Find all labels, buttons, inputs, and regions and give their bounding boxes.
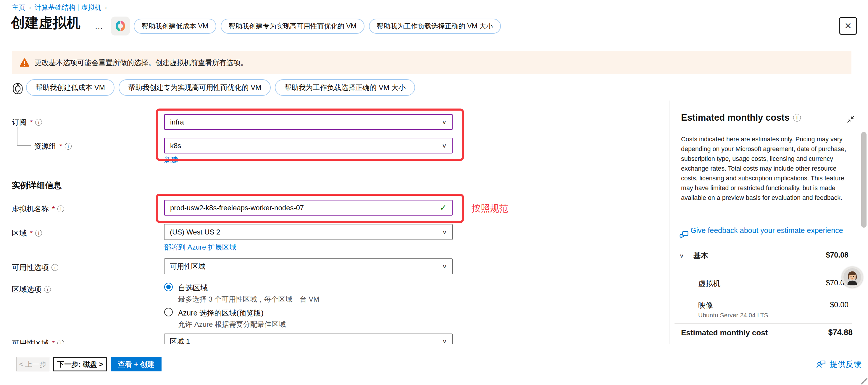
feedback-bubbles-icon [679, 231, 689, 241]
breadcrumb-separator-icon: › [105, 4, 107, 11]
create-new-resource-group-link[interactable]: 新建 [164, 155, 178, 165]
availability-zones-label: 可用性区域 * i [12, 338, 64, 344]
give-feedback-label: 提供反馈 [830, 359, 862, 370]
resource-group-dropdown[interactable]: k8s ∨ [164, 138, 453, 154]
region-label: 区域 * i [12, 228, 42, 238]
estimate-feedback-link[interactable]: Give feedback about your estimate experi… [690, 225, 856, 235]
cost-panel-description: Costs indicated here are estimates only.… [681, 134, 852, 203]
availability-options-dropdown[interactable]: 可用性区域 ∨ [164, 258, 453, 274]
breadcrumb-separator-icon: › [29, 4, 31, 11]
info-icon[interactable]: i [44, 286, 51, 293]
copilot-suggestions-top: 帮助我创建低成本 VM 帮助我创建专为实现高可用性而优化的 VM 帮助我为工作负… [134, 19, 501, 34]
copilot-icon [115, 20, 126, 32]
required-marker: * [30, 229, 33, 237]
cost-item-price: $0.00 [681, 300, 848, 309]
instance-details-section-title: 实例详细信息 [12, 180, 62, 191]
vm-name-value: prod-usw2-k8s-freeleaps-worker-nodes-07 [170, 204, 304, 212]
next-step-disks-button[interactable]: 下一步: 磁盘 > [53, 357, 107, 372]
zone-options-label: 区域选项 i [12, 285, 51, 294]
subscription-label: 订阅 * i [12, 118, 42, 127]
chevron-down-icon: ∨ [442, 142, 447, 149]
breadcrumb-vm-link[interactable]: 计算基础结构 | 虚拟机 [35, 3, 101, 12]
page-title: 创建虚拟机 [11, 13, 81, 32]
cost-item-price: $70.08 [681, 279, 848, 287]
availability-options-value: 可用性区域 [170, 262, 205, 271]
deploy-extended-zone-link[interactable]: 部署到 Azure 扩展区域 [164, 243, 237, 252]
availability-options-label: 可用性选项 i [12, 263, 58, 272]
suggestion-vm-size-button[interactable]: 帮助我为工作负载选择正确的 VM 大小 [275, 79, 415, 96]
chevron-down-icon: ∨ [442, 263, 447, 270]
resource-group-label: 资源组 * i [34, 141, 71, 151]
required-marker: * [52, 205, 55, 213]
subscription-dropdown[interactable]: infra ∨ [164, 114, 453, 130]
field-tree-connector [17, 127, 31, 146]
close-icon: ✕ [844, 21, 852, 31]
breadcrumb-home-link[interactable]: 主页 [12, 3, 26, 12]
vm-name-label: 虚拟机名称 * i [12, 204, 64, 214]
info-icon[interactable]: i [57, 340, 64, 344]
cost-total-price: $74.88 [681, 328, 852, 337]
zone-option-azure-select-description: 允许 Azure 根据需要分配最佳区域 [178, 320, 286, 329]
chevron-down-icon: ∨ [442, 229, 447, 235]
region-dropdown[interactable]: (US) West US 2 ∨ [164, 224, 453, 240]
suggestion-low-cost-button[interactable]: 帮助我创建低成本 VM [26, 79, 115, 96]
region-label-text: 区域 [12, 228, 27, 238]
availability-zones-label-text: 可用性区域 [12, 338, 49, 344]
suggestion-high-availability-button[interactable]: 帮助我创建专为实现高可用性而优化的 VM [119, 79, 271, 96]
resource-group-value: k8s [170, 142, 181, 150]
copilot-outline-icon [11, 82, 24, 96]
breadcrumb: 主页 › 计算基础结构 | 虚拟机 › [12, 3, 107, 12]
vm-name-annotation: 按照规范 [472, 202, 508, 215]
review-create-button[interactable]: 查看 + 创建 [111, 357, 161, 372]
cost-panel-title-text: Estimated monthly costs [681, 113, 789, 123]
warning-icon [20, 58, 30, 67]
chevron-down-icon: ∨ [442, 119, 447, 125]
info-icon[interactable]: i [35, 230, 42, 236]
resize-grip-icon[interactable] [861, 378, 867, 384]
collapse-panel-icon[interactable] [847, 115, 855, 125]
availability-zones-value: 区域 1 [170, 337, 190, 344]
more-options-button[interactable]: … [95, 21, 103, 31]
region-value: (US) West US 2 [170, 228, 220, 236]
availability-options-label-text: 可用性选项 [12, 263, 49, 272]
cost-group-price: $70.08 [681, 251, 848, 259]
suggestion-low-cost-button[interactable]: 帮助我创建低成本 VM [134, 19, 216, 34]
warning-banner: 更改基本选项可能会重置所做的选择。创建虚拟机前查看所有选项。 [12, 51, 851, 74]
copilot-suggestions-row: 帮助我创建低成本 VM 帮助我创建专为实现高可用性而优化的 VM 帮助我为工作负… [26, 79, 415, 96]
cost-panel-divider [675, 323, 852, 324]
required-marker: * [59, 142, 62, 151]
zone-option-azure-select-radio[interactable] [164, 308, 173, 316]
close-button[interactable]: ✕ [839, 17, 857, 35]
info-icon[interactable]: i [35, 119, 42, 126]
vm-name-input[interactable]: prod-usw2-k8s-freeleaps-worker-nodes-07 … [164, 200, 453, 216]
panel-divider [669, 100, 670, 344]
zone-options-label-text: 区域选项 [12, 285, 41, 294]
zone-option-azure-select-label[interactable]: Azure 选择的区域(预览版) [178, 308, 264, 318]
info-icon[interactable]: i [57, 205, 64, 212]
cost-item-subtitle: Ubuntu Server 24.04 LTS [698, 312, 768, 319]
give-feedback-button[interactable]: 提供反馈 [816, 359, 862, 370]
availability-zones-dropdown[interactable]: 区域 1 ∨ [164, 333, 453, 344]
copilot-button[interactable] [111, 17, 130, 35]
feedback-person-icon [816, 360, 826, 369]
footer-bar: < 上一步 下一步: 磁盘 > 查看 + 创建 提供反馈 [0, 344, 868, 385]
previous-step-button[interactable]: < 上一步 [16, 357, 50, 372]
info-icon[interactable]: i [793, 114, 801, 122]
subscription-value: infra [170, 118, 184, 126]
suggestion-vm-size-button[interactable]: 帮助我为工作负载选择正确的 VM 大小 [369, 19, 501, 34]
info-icon[interactable]: i [52, 264, 58, 271]
resource-group-label-text: 资源组 [34, 141, 56, 151]
subscription-label-text: 订阅 [12, 118, 27, 127]
warning-banner-text: 更改基本选项可能会重置所做的选择。创建虚拟机前查看所有选项。 [35, 58, 248, 67]
zone-option-self-select-radio[interactable] [164, 283, 173, 291]
avatar[interactable] [842, 266, 863, 288]
chevron-down-icon: ∨ [442, 338, 447, 344]
scrollbar-thumb[interactable] [861, 132, 867, 228]
cost-panel-title: Estimated monthly costs i [681, 113, 801, 123]
required-marker: * [52, 339, 55, 344]
zone-option-self-select-label[interactable]: 自选区域 [178, 283, 208, 293]
zone-option-self-select-description: 最多选择 3 个可用性区域，每个区域一台 VM [178, 294, 319, 304]
suggestion-high-availability-button[interactable]: 帮助我创建专为实现高可用性而优化的 VM [221, 19, 365, 34]
info-icon[interactable]: i [65, 143, 71, 150]
vm-name-label-text: 虚拟机名称 [12, 204, 49, 214]
